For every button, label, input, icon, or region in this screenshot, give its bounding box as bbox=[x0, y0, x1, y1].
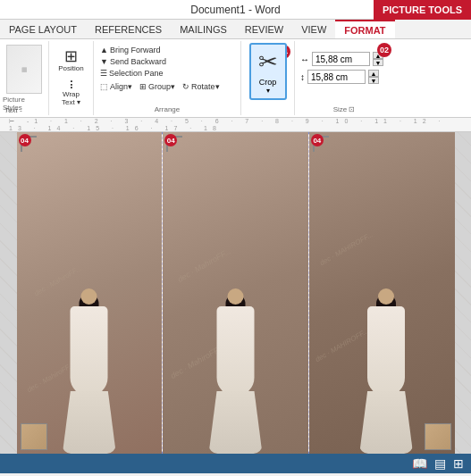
crop-button[interactable]: ✂ Crop ▾ bbox=[249, 43, 287, 100]
text-prefix: Text - bbox=[4, 106, 22, 114]
crop-icon: ✂ bbox=[258, 48, 278, 76]
menu-review[interactable]: REVIEW bbox=[236, 20, 292, 38]
menu-mailings[interactable]: MAILINGS bbox=[171, 20, 236, 38]
height-increment[interactable]: ▲ bbox=[368, 70, 379, 77]
ribbon: ▦ Picture Styles Text - ⊞ Position ⫶ Wra… bbox=[0, 39, 471, 118]
face-left bbox=[81, 288, 97, 305]
skirt-right bbox=[359, 391, 413, 454]
image-left[interactable]: dec · MahiroFF... dec · MahiroFF... 04 bbox=[17, 132, 164, 454]
skirt-center bbox=[209, 391, 263, 454]
image-center[interactable]: dec · MahiroFF... dec · MahiroFF... 04 bbox=[163, 132, 309, 454]
crop-group: 04 ✂ Crop ▾ bbox=[241, 41, 295, 115]
picture-tools-label: PICTURE TOOLS bbox=[383, 4, 462, 15]
width-decrement[interactable]: ▼ bbox=[373, 59, 383, 66]
group-button[interactable]: ⊞ Group▾ bbox=[137, 81, 178, 92]
picture-tools-tab[interactable]: PICTURE TOOLS bbox=[374, 0, 471, 20]
wrap-icon: ⫶ bbox=[68, 78, 74, 90]
badge-04c: 04 bbox=[311, 134, 324, 146]
position-button[interactable]: ⊞ Position bbox=[55, 46, 87, 74]
crop-dropdown-arrow: ▾ bbox=[266, 87, 270, 95]
height-spinner: ▲ ▼ bbox=[368, 70, 379, 84]
thumbnail-left bbox=[21, 423, 47, 450]
document-title: Document1 - Word bbox=[190, 4, 280, 16]
badge-02: 02 bbox=[377, 43, 391, 57]
badge-04a: 04 bbox=[19, 134, 31, 146]
woman-figure-right bbox=[353, 294, 420, 454]
menu-view[interactable]: VIEW bbox=[292, 20, 335, 38]
bring-forward-button[interactable]: ▲ Bring Forward bbox=[97, 45, 237, 55]
width-icon: ↔ bbox=[300, 54, 309, 64]
menu-bar: PAGE LAYOUT REFERENCES MAILINGS REVIEW V… bbox=[0, 20, 471, 39]
menu-references[interactable]: REFERENCES bbox=[86, 20, 171, 38]
woman-figure-center bbox=[202, 294, 269, 454]
web-layout-icon[interactable]: ⊞ bbox=[453, 456, 464, 471]
arrange-label: Arrange bbox=[155, 105, 180, 113]
body-right bbox=[367, 306, 405, 396]
width-row: ↔ ▲ ▼ bbox=[300, 52, 388, 66]
images-container: dec · MahiroFF... dec · MahiroFF... 04 bbox=[17, 132, 455, 454]
height-row: ↕ ▲ ▼ bbox=[300, 70, 388, 84]
ruler-marks: ⊢ -1 · 1 · 2 · 3 · 4 · 5 · 6 · 7 · 8 · 9… bbox=[2, 118, 469, 131]
menu-format[interactable]: FORMAT bbox=[335, 20, 394, 38]
align-button[interactable]: ⬚ Align▾ bbox=[97, 81, 135, 92]
width-input[interactable] bbox=[312, 52, 370, 66]
size-expand-icon[interactable]: ⊡ bbox=[349, 105, 355, 113]
size-label: Size bbox=[333, 105, 348, 113]
read-view-icon[interactable]: 📖 bbox=[412, 456, 427, 471]
thumbnail-right bbox=[425, 423, 451, 450]
size-group: 02 ↔ ▲ ▼ ↕ ▲ ▼ Size ⊡ bbox=[295, 41, 393, 115]
woman-figure-left bbox=[55, 294, 122, 454]
rotate-icon: ↻ bbox=[182, 82, 189, 91]
arrange-group: ▲ Bring Forward ▼ Send Backward ☰ Select… bbox=[94, 41, 241, 115]
skirt-left bbox=[63, 391, 116, 454]
menu-page-layout[interactable]: PAGE LAYOUT bbox=[0, 20, 86, 38]
body-center bbox=[217, 306, 255, 396]
height-icon: ↕ bbox=[300, 72, 305, 82]
status-bar: 📖 ▤ ⊞ bbox=[0, 454, 471, 473]
send-backward-icon: ▼ bbox=[100, 57, 108, 66]
group-icon: ⊞ bbox=[139, 82, 147, 91]
rotate-button[interactable]: ↻ Rotate▾ bbox=[180, 81, 223, 92]
height-decrement[interactable]: ▼ bbox=[368, 77, 379, 84]
print-layout-icon[interactable]: ▤ bbox=[434, 456, 446, 471]
face-center bbox=[228, 288, 244, 305]
position-group: ⊞ Position ⫶ Wrap Text ▾ bbox=[49, 41, 94, 115]
align-icon: ⬚ bbox=[100, 82, 108, 91]
selection-pane-button[interactable]: ☰ Selection Pane bbox=[97, 68, 237, 79]
ruler: ⊢ -1 · 1 · 2 · 3 · 4 · 5 · 6 · 7 · 8 · 9… bbox=[0, 118, 471, 132]
title-bar: Document1 - Word PICTURE TOOLS bbox=[0, 0, 471, 20]
bring-forward-icon: ▲ bbox=[100, 46, 108, 54]
picture-styles-group: ▦ Picture Styles Text - bbox=[0, 41, 49, 115]
image-right[interactable]: dec · MAHIROFF... dec · MAHIROFF... 04 bbox=[309, 132, 455, 454]
document-area: dec · MahiroFF... dec · MahiroFF... 04 bbox=[0, 132, 471, 454]
position-icon: ⊞ bbox=[64, 48, 78, 64]
quick-styles-preview: ▦ bbox=[6, 45, 42, 94]
height-input[interactable] bbox=[307, 70, 366, 84]
body-left bbox=[71, 306, 108, 396]
document-page: dec · MahiroFF... dec · MahiroFF... 04 bbox=[17, 132, 455, 454]
wrap-text-button[interactable]: ⫶ Wrap Text ▾ bbox=[58, 76, 85, 108]
selection-pane-icon: ☰ bbox=[100, 69, 107, 78]
send-backward-button[interactable]: ▼ Send Backward bbox=[97, 56, 237, 67]
